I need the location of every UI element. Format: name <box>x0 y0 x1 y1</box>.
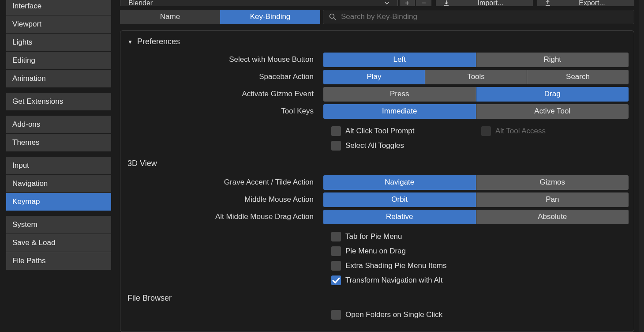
check-tab-pie-menu[interactable] <box>331 232 341 241</box>
toggle-search[interactable]: Search <box>527 70 629 84</box>
main-area: Blender + − Import... Export... Name Key… <box>116 0 639 332</box>
remove-preset-button[interactable]: − <box>416 0 431 6</box>
toggle-navigate[interactable]: Navigate <box>323 175 476 190</box>
section-title: Preferences <box>137 37 180 46</box>
toggle-pan[interactable]: Pan <box>476 192 629 207</box>
label-grave-accent: Grave Accent / Tilde Action <box>126 178 323 187</box>
toggle-tool-keys: Immediate Active Tool <box>323 104 629 119</box>
section-preferences-header[interactable]: ▼ Preferences <box>126 37 629 46</box>
sidebar-item-animation[interactable]: Animation <box>6 70 111 87</box>
check-label-alt-tool-access: Alt Tool Access <box>495 127 546 136</box>
sidebar-item-keymap[interactable]: Keymap <box>6 193 111 211</box>
filter-tabs: Name Key-Binding <box>120 10 634 24</box>
toggle-absolute[interactable]: Absolute <box>476 210 629 224</box>
tab-key-binding[interactable]: Key-Binding <box>220 10 320 24</box>
sidebar-item-viewport[interactable]: Viewport <box>6 15 111 33</box>
label-spacebar: Spacebar Action <box>126 72 323 81</box>
sidebar-item-input[interactable]: Input <box>6 157 111 174</box>
keymap-preset-dropdown[interactable]: Blender <box>120 0 398 6</box>
toggle-alt-middle-drag: Relative Absolute <box>323 210 629 224</box>
right-edge-gutter <box>639 0 644 332</box>
check-label-open-folders-single-click: Open Folders on Single Click <box>345 310 442 319</box>
sidebar-item-addons[interactable]: Add-ons <box>6 116 111 133</box>
check-label-tab-pie-menu: Tab for Pie Menu <box>345 232 402 241</box>
sidebar-item-get-extensions[interactable]: Get Extensions <box>6 93 111 110</box>
toggle-spacebar: Play Tools Search <box>323 70 629 84</box>
import-label: Import... <box>455 0 526 6</box>
export-label: Export... <box>557 0 627 6</box>
check-pie-on-drag[interactable] <box>331 246 341 256</box>
export-button[interactable]: Export... <box>537 0 634 6</box>
toggle-press[interactable]: Press <box>323 87 476 102</box>
section-filebrowser-header: File Browser <box>126 287 629 309</box>
label-alt-middle-drag: Alt Middle Mouse Drag Action <box>126 212 323 221</box>
preferences-sidebar: Interface Viewport Lights Editing Animat… <box>0 0 116 332</box>
label-tool-keys: Tool Keys <box>126 107 323 116</box>
preset-label: Blender <box>128 0 153 6</box>
toggle-relative[interactable]: Relative <box>323 210 476 224</box>
import-icon <box>443 0 450 6</box>
search-input[interactable] <box>341 12 629 21</box>
section-3dview-header: 3D View <box>126 153 629 174</box>
check-transform-nav-alt[interactable] <box>331 275 341 285</box>
check-label-select-all-toggles: Select All Toggles <box>345 141 404 150</box>
sidebar-item-file-paths[interactable]: File Paths <box>6 252 111 270</box>
check-label-alt-click-prompt: Alt Click Tool Prompt <box>345 127 415 136</box>
toggle-immediate[interactable]: Immediate <box>323 104 476 119</box>
check-open-folders-single-click[interactable] <box>331 310 341 320</box>
toggle-middle-mouse: Orbit Pan <box>323 192 629 207</box>
label-middle-mouse: Middle Mouse Action <box>126 195 323 204</box>
export-icon <box>544 0 551 6</box>
toggle-left[interactable]: Left <box>323 53 476 67</box>
toggle-orbit[interactable]: Orbit <box>323 192 476 207</box>
top-row: Blender + − Import... Export... <box>120 0 634 6</box>
tab-name[interactable]: Name <box>120 10 220 24</box>
toggle-gizmos[interactable]: Gizmos <box>476 175 629 190</box>
toggle-gizmo-event: Press Drag <box>323 87 629 102</box>
sidebar-item-navigation[interactable]: Navigation <box>6 175 111 192</box>
check-alt-tool-access <box>481 126 491 136</box>
toggle-right[interactable]: Right <box>476 53 629 67</box>
preferences-panel: ▼ Preferences Select with Mouse Button L… <box>120 30 634 332</box>
toggle-play[interactable]: Play <box>323 70 425 84</box>
search-field-wrap[interactable] <box>323 10 634 24</box>
sidebar-item-interface[interactable]: Interface <box>6 0 111 15</box>
check-extra-shading-pie[interactable] <box>331 261 341 271</box>
toggle-select-mouse: Left Right <box>323 53 629 67</box>
toggle-grave-accent: Navigate Gizmos <box>323 175 629 190</box>
svg-point-0 <box>330 14 334 19</box>
label-gizmo-event: Activate Gizmo Event <box>126 90 323 98</box>
sidebar-item-system[interactable]: System <box>6 216 111 234</box>
sidebar-item-save-load[interactable]: Save & Load <box>6 234 111 252</box>
toggle-active-tool[interactable]: Active Tool <box>476 104 629 119</box>
check-label-transform-nav-alt: Transform Navigation with Alt <box>345 276 442 285</box>
check-alt-click-prompt[interactable] <box>331 126 341 136</box>
toggle-tools[interactable]: Tools <box>425 70 527 84</box>
sidebar-item-editing[interactable]: Editing <box>6 52 111 69</box>
sidebar-item-themes[interactable]: Themes <box>6 134 111 151</box>
check-select-all-toggles[interactable] <box>331 141 341 151</box>
import-button[interactable]: Import... <box>436 0 533 6</box>
label-select-mouse: Select with Mouse Button <box>126 55 323 64</box>
chevron-down-icon <box>384 0 389 6</box>
check-label-pie-on-drag: Pie Menu on Drag <box>345 247 406 256</box>
toggle-drag[interactable]: Drag <box>476 87 629 102</box>
search-icon <box>329 13 337 21</box>
check-label-extra-shading-pie: Extra Shading Pie Menu Items <box>345 261 447 270</box>
disclosure-triangle-icon: ▼ <box>127 39 133 45</box>
sidebar-item-lights[interactable]: Lights <box>6 34 111 51</box>
checkmark-icon <box>331 275 341 285</box>
add-preset-button[interactable]: + <box>400 0 415 6</box>
